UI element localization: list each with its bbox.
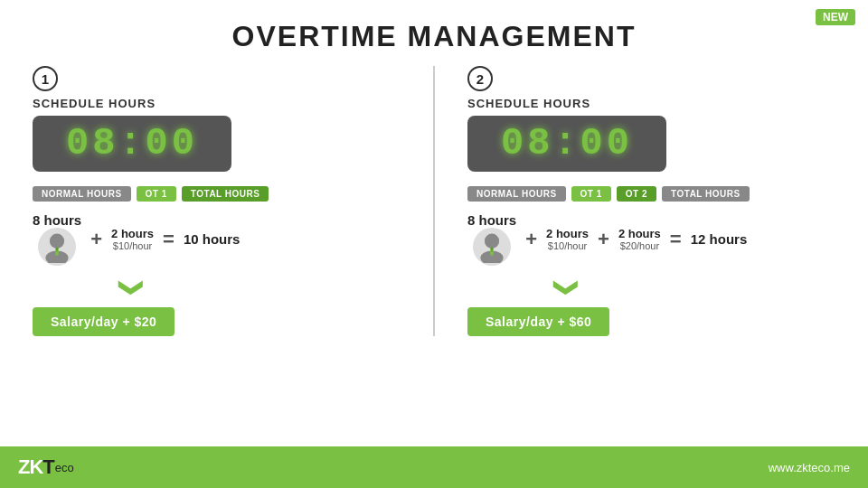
clock-display-1: 08:00: [33, 116, 231, 172]
badge-total-1: TOTAL HOURS: [182, 186, 269, 202]
salary-button-1[interactable]: Salary/day + $20: [33, 307, 175, 336]
eq-1: =: [163, 228, 175, 251]
footer: ZK T eco www.zkteco.me: [0, 446, 868, 488]
total-hours-2: 12 hours: [691, 231, 748, 247]
ot2-block-2: 2 hours $20/hour: [618, 227, 661, 251]
ot1-hours-1: 2 hours: [111, 227, 154, 240]
salary-button-2[interactable]: Salary/day + $60: [467, 307, 609, 336]
badges-row-1: NORMAL HOURS OT 1 TOTAL HOURS: [33, 186, 269, 202]
ot2-rate-2: $20/hour: [620, 240, 659, 251]
col1: 1 SCHEDULE HOURS 08:00 NORMAL HOURS OT 1…: [0, 66, 433, 336]
avatar-2: [473, 228, 511, 266]
ot1-block-2: 2 hours $10/hour: [546, 227, 589, 251]
plus-2a: +: [525, 228, 537, 251]
footer-url: www.zkteco.me: [769, 461, 850, 474]
ot1-rate-2: $10/hour: [548, 240, 587, 251]
page-title: OVERTIME MANAGEMENT: [0, 0, 868, 53]
badge-ot1-2: OT 1: [571, 186, 611, 202]
plus-1: +: [90, 228, 102, 251]
logo-zk: ZK: [18, 455, 42, 479]
clock-display-2: 08:00: [467, 116, 666, 172]
badge-ot1-1: OT 1: [137, 186, 176, 202]
hours-row-1: 8 hours + 2 hours $10/hour = 10 hours: [33, 212, 240, 266]
schedule-label-1: SCHEDULE HOURS: [33, 97, 156, 110]
columns-container: 1 SCHEDULE HOURS 08:00 NORMAL HOURS OT 1…: [0, 66, 868, 336]
hours-row-2: 8 hours + 2 hours $10/hour + 2 hours: [467, 212, 747, 266]
ot1-hours-2: 2 hours: [546, 227, 589, 240]
normal-hours-block-2: 8 hours: [467, 212, 516, 266]
chevron-icon-2: ❯: [555, 278, 579, 298]
badge-ot2-2: OT 2: [617, 186, 656, 202]
badge-normal-2: NORMAL HOURS: [467, 186, 566, 202]
step-num-2: 2: [467, 66, 493, 91]
normal-hours-value-2: 8 hours: [467, 212, 516, 228]
clock-digits-2: 08:00: [501, 125, 633, 163]
ot1-rate-1: $10/hour: [113, 240, 152, 251]
ot1-block-1: 2 hours $10/hour: [111, 227, 154, 251]
normal-hours-block-1: 8 hours: [33, 212, 81, 266]
normal-hours-value-1: 8 hours: [33, 212, 81, 228]
chevron-icon-1: ❯: [120, 278, 144, 298]
clock-digits-1: 08:00: [66, 125, 198, 163]
step-num-1: 1: [33, 66, 58, 91]
badges-row-2: NORMAL HOURS OT 1 OT 2 TOTAL HOURS: [467, 186, 750, 202]
schedule-label-2: SCHEDULE HOURS: [467, 97, 590, 110]
new-badge: NEW: [816, 9, 855, 25]
footer-logo: ZK T eco: [18, 455, 74, 479]
total-hours-1: 10 hours: [184, 231, 241, 247]
avatar-1: [38, 228, 76, 266]
logo-eco: eco: [55, 461, 74, 474]
plus-2b: +: [598, 228, 609, 251]
ot2-hours-2: 2 hours: [618, 227, 661, 240]
chevron-wrap-2: ❯: [467, 277, 666, 300]
badge-total-2: TOTAL HOURS: [662, 186, 750, 202]
logo-t: T: [42, 455, 54, 479]
badge-normal-1: NORMAL HOURS: [33, 186, 131, 202]
col2: 2 SCHEDULE HOURS 08:00 NORMAL HOURS OT 1…: [435, 66, 868, 336]
svg-point-0: [50, 234, 64, 249]
chevron-wrap-1: ❯: [33, 277, 231, 300]
eq-2: =: [670, 228, 682, 251]
svg-point-4: [485, 234, 499, 249]
